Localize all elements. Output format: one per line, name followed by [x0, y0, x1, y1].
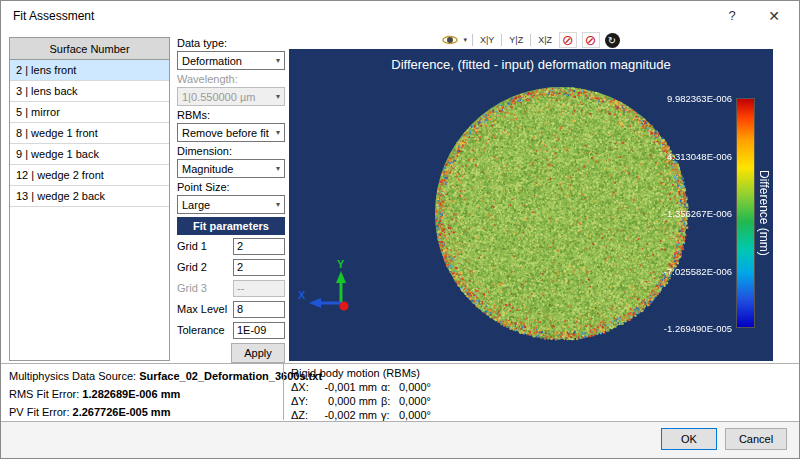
surface-table: Surface Number 2 | lens front 3 | lens b…: [9, 37, 170, 361]
apply-button[interactable]: Apply: [231, 343, 285, 363]
rbm-alpha-value: 0,000°: [399, 381, 449, 394]
rbm-dy-label: ΔY:: [291, 395, 317, 408]
chevron-down-icon[interactable]: ▾: [463, 32, 467, 48]
dimension-dropdown[interactable]: Magnitude ▾: [177, 159, 285, 178]
footer-divider: [283, 364, 284, 420]
dimension-value: Magnitude: [182, 163, 233, 175]
colorbar-axis-label: Difference (mm): [756, 98, 772, 328]
wavelength-value: 1|0.550000 µm: [182, 91, 255, 103]
viewport-title: Difference, (fitted - input) deformation…: [289, 57, 773, 72]
rbm-header: Rigid-body motion (RBMs): [291, 365, 449, 381]
source-label: Multiphysics Data Source:: [9, 370, 136, 382]
footer-separator: [1, 363, 799, 364]
grid3-input: [233, 280, 285, 297]
viewport-toolbar: ▾ X|Y Y|Z X|Z ⊘ ⊘ ↻: [289, 31, 773, 49]
grid1-input[interactable]: [233, 238, 285, 255]
data-type-label: Data type:: [177, 37, 285, 50]
chevron-down-icon: ▾: [276, 200, 280, 209]
rbm-dx-value: -0,001 mm: [317, 381, 381, 394]
view-xz-button[interactable]: X|Z: [536, 35, 554, 45]
surface-row-wedge2-front[interactable]: 12 | wedge 2 front: [10, 165, 169, 186]
surface-table-header: Surface Number: [10, 38, 169, 60]
cancel-button[interactable]: Cancel: [725, 428, 787, 450]
rbms-label: RBMs:: [177, 109, 285, 122]
close-button[interactable]: ✕: [753, 1, 795, 31]
view-yz-button[interactable]: Y|Z: [507, 35, 525, 45]
colorbar-tick: -7.025582E-006: [664, 265, 732, 276]
x-axis-label: X: [298, 289, 306, 301]
grid2-label: Grid 2: [177, 261, 207, 273]
controls-panel: Data type: Deformation ▾ Wavelength: 1|0…: [177, 37, 285, 363]
rbm-beta-value: 0,000°: [399, 395, 449, 408]
view-xy-button[interactable]: X|Y: [478, 35, 496, 45]
rbms-dropdown[interactable]: Remove before fit ▾: [177, 123, 285, 142]
orbit-view-icon[interactable]: [442, 32, 458, 48]
colorbar: [736, 98, 755, 328]
colorbar-labels: 9.982363E-006 4.313048E-006 -1.356267E-0…: [632, 98, 732, 328]
fit-parameters-header: Fit parameters: [177, 217, 285, 235]
rms-fit-error-label: RMS Fit Error:: [9, 388, 79, 400]
toolbar-separator: [501, 34, 502, 46]
chevron-down-icon: ▾: [276, 92, 280, 101]
pv-fit-error-value: 2.267726E-005 mm: [73, 406, 171, 418]
help-button[interactable]: ?: [711, 1, 753, 31]
max-level-input[interactable]: [233, 301, 285, 318]
surface-row-lens-front[interactable]: 2 | lens front: [10, 60, 169, 81]
grid1-label: Grid 1: [177, 240, 207, 252]
rbm-alpha-label: α:: [381, 381, 399, 394]
data-type-value: Deformation: [182, 55, 242, 67]
colorbar-tick: -1.269490E-005: [664, 323, 732, 334]
button-separator: [1, 421, 799, 422]
rbms-value: Remove before fit: [182, 127, 269, 139]
colorbar-tick: 9.982363E-006: [667, 93, 732, 104]
colorbar-tick: 4.313048E-006: [667, 150, 732, 161]
toolbar-separator: [530, 34, 531, 46]
wavelength-dropdown: 1|0.550000 µm ▾: [177, 87, 285, 106]
point-size-value: Large: [182, 199, 210, 211]
colorbar-tick: -1.356267E-006: [664, 208, 732, 219]
rbm-beta-label: β:: [381, 395, 399, 408]
surface-row-wedge1-back[interactable]: 9 | wedge 1 back: [10, 144, 169, 165]
toolbar-separator: [472, 34, 473, 46]
axes-triad-icon: Y X: [297, 259, 353, 317]
lock-spin-icon[interactable]: ⊘: [582, 32, 600, 48]
y-axis-label: Y: [337, 259, 345, 270]
rbm-panel: Rigid-body motion (RBMs) ΔX: -0,001 mm α…: [291, 365, 449, 422]
tolerance-input[interactable]: [233, 322, 285, 339]
surface-row-wedge1-front[interactable]: 8 | wedge 1 front: [10, 123, 169, 144]
chevron-down-icon: ▾: [276, 164, 280, 173]
dimension-label: Dimension:: [177, 145, 285, 158]
max-level-label: Max Level: [177, 303, 227, 315]
viewport[interactable]: Difference, (fitted - input) deformation…: [289, 49, 773, 361]
surface-row-lens-back[interactable]: 3 | lens back: [10, 81, 169, 102]
rbm-dy-value: 0,000 mm: [317, 395, 381, 408]
rbm-dx-label: ΔX:: [291, 381, 317, 394]
pv-fit-error-label: PV Fit Error:: [9, 406, 70, 418]
fit-stats: Multiphysics Data Source: Surface_02_Def…: [9, 367, 279, 421]
grid2-input[interactable]: [233, 259, 285, 276]
surface-row-wedge2-back[interactable]: 13 | wedge 2 back: [10, 186, 169, 207]
surface-row-mirror[interactable]: 5 | mirror: [10, 102, 169, 123]
ok-button[interactable]: OK: [661, 428, 717, 450]
data-type-dropdown[interactable]: Deformation ▾: [177, 51, 285, 70]
lock-rotation-icon[interactable]: ⊘: [559, 32, 577, 48]
window-title: Fit Assessment: [13, 1, 94, 31]
point-size-label: Point Size:: [177, 181, 285, 194]
tolerance-label: Tolerance: [177, 324, 225, 336]
chevron-down-icon: ▾: [276, 128, 280, 137]
wavelength-label: Wavelength:: [177, 73, 285, 86]
visualization-panel: ▾ X|Y Y|Z X|Z ⊘ ⊘ ↻ Difference, (fitted …: [289, 31, 773, 361]
grid3-label: Grid 3: [177, 282, 207, 294]
reset-view-icon[interactable]: ↻: [605, 33, 620, 48]
titlebar: Fit Assessment ? ✕: [1, 1, 799, 31]
chevron-down-icon: ▾: [276, 56, 280, 65]
point-size-dropdown[interactable]: Large ▾: [177, 195, 285, 214]
rms-fit-error-value: 1.282689E-006 mm: [82, 388, 180, 400]
fit-assessment-dialog: Fit Assessment ? ✕ Surface Number 2 | le…: [0, 0, 800, 459]
